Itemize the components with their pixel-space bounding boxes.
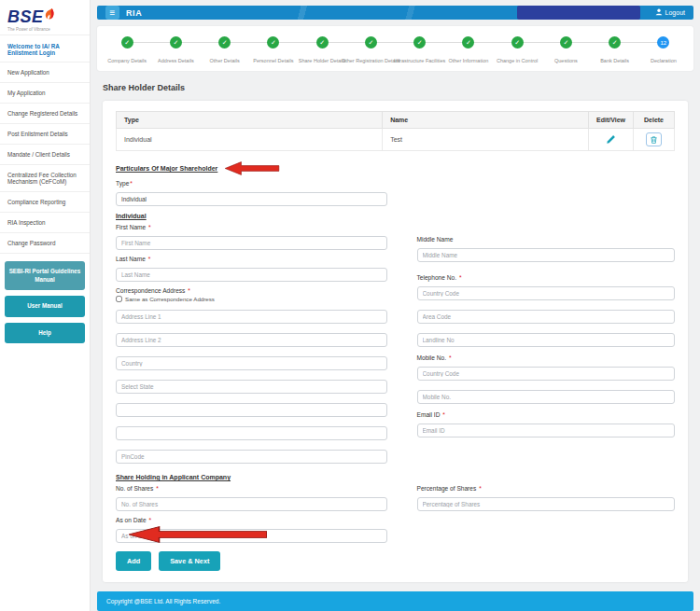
telephone-country-code-input[interactable] — [417, 286, 676, 300]
middle-name-label: Middle Name — [417, 236, 676, 243]
middle-name-input[interactable] — [417, 248, 676, 262]
sidebar-item-my-application[interactable]: My Application — [0, 82, 90, 103]
address-line2-input[interactable] — [116, 333, 387, 347]
delete-icon[interactable] — [646, 132, 662, 146]
username-redacted — [517, 6, 640, 20]
no-of-shares-field: No. of Shares * — [116, 485, 387, 511]
logout-label: Logout — [665, 9, 685, 16]
col-header-name: Name — [383, 112, 589, 129]
sidebar-item-mandate-client-details[interactable]: Mandate / Client Details — [0, 144, 90, 164]
step-number[interactable]: 12 — [657, 36, 669, 49]
step-check-icon[interactable]: ✓ — [462, 36, 474, 49]
step-infrastructure-facilities: ✓Infrastructure Facilities — [396, 36, 444, 63]
percentage-of-shares-input[interactable] — [417, 497, 676, 511]
as-on-date-label: As on Date * — [116, 517, 387, 523]
email-field: Email ID * — [417, 411, 676, 437]
step-check-icon[interactable]: ✓ — [511, 36, 524, 49]
welcome-text: Welcome to IA/ RA Enlistment Login — [0, 35, 90, 62]
step-other-registration-details: ✓Other Registration Details — [346, 36, 395, 63]
footer-copyright: Copyright @BSE Ltd. All Rights Reserved. — [97, 591, 693, 611]
step-address-details: ✓Address Details — [151, 36, 200, 63]
sidebar: BSE The Power of Vibrance Welcome to IA/… — [0, 0, 91, 611]
sidebar-item-ria-inspection[interactable]: RIA Inspection — [0, 212, 90, 232]
sidebar-item-change-registered-details[interactable]: Change Registered Details — [0, 103, 90, 123]
sidebar-item-new-application[interactable]: New Application — [0, 62, 90, 82]
edit-icon[interactable] — [606, 134, 616, 145]
step-check-icon[interactable]: ✓ — [365, 36, 377, 49]
step-check-icon[interactable]: ✓ — [413, 36, 426, 49]
sidebar-item-post-enlistment-details[interactable]: Post Enlistment Details — [0, 123, 90, 144]
step-change-in-control: ✓Change in Control — [493, 36, 541, 63]
sidebar-item-change-password[interactable]: Change Password — [0, 232, 90, 254]
state-select[interactable] — [116, 380, 387, 394]
sidebar-item-cefcom[interactable]: Centralized Fee Collection Mechanism (Ce… — [0, 164, 90, 191]
country-input[interactable] — [116, 356, 387, 370]
correspondence-address-label: Correspondence Address * — [116, 287, 387, 294]
form-left-column: First Name * Last Name * Correspondence … — [116, 224, 387, 469]
app-root: BSE The Power of Vibrance Welcome to IA/… — [0, 0, 700, 611]
mobile-number-input[interactable] — [417, 390, 676, 404]
progress-stepper: ✓Company Details ✓Address Details ✓Other… — [97, 26, 693, 71]
form-right-column: Middle Name Telephone No. * Mobile — [417, 236, 676, 469]
bse-logo-text: BSE — [7, 8, 44, 25]
address-line1-input[interactable] — [116, 310, 387, 324]
user-manual-button[interactable]: User Manual — [5, 296, 85, 317]
main-area: ≡ RIA Logout ✓Company Details ✓Address D… — [91, 0, 700, 611]
step-check-icon[interactable]: ✓ — [267, 36, 279, 49]
type-input[interactable] — [116, 192, 387, 206]
step-company-details: ✓Company Details — [103, 36, 151, 63]
last-name-field: Last Name * — [116, 256, 387, 282]
top-header-bar: ≡ RIA Logout — [97, 6, 693, 20]
first-name-input[interactable] — [116, 236, 387, 250]
step-personnel-details: ✓Personnel Details — [249, 36, 298, 63]
type-field: Type* — [116, 180, 387, 206]
email-label: Email ID * — [417, 411, 676, 418]
app-brand: RIA — [126, 8, 142, 18]
help-button[interactable]: Help — [5, 323, 85, 344]
sidebar-menu: New Application My Application Change Re… — [0, 62, 90, 254]
step-check-icon[interactable]: ✓ — [121, 36, 133, 49]
no-of-shares-input[interactable] — [116, 497, 387, 511]
save-next-button[interactable]: Save & Next — [159, 551, 220, 571]
step-check-icon[interactable]: ✓ — [560, 36, 572, 49]
col-header-delete: Delete — [634, 112, 675, 129]
same-as-address-label: Same as Correspondence Address — [125, 296, 215, 302]
step-check-icon[interactable]: ✓ — [316, 36, 329, 49]
menu-toggle-icon[interactable]: ≡ — [105, 6, 119, 20]
sidebar-item-compliance-reporting[interactable]: Compliance Reporting — [0, 191, 90, 212]
step-check-icon[interactable]: ✓ — [609, 36, 621, 49]
telephone-field: Telephone No. * — [417, 274, 676, 281]
cell-type: Individual — [117, 129, 383, 151]
shareholder-form: Particulars Of Major Shareholder Type* I… — [116, 161, 675, 571]
last-name-input[interactable] — [116, 268, 387, 282]
same-as-address-checkbox[interactable] — [116, 296, 122, 302]
step-other-details: ✓Other Details — [201, 36, 249, 63]
address-extra-input-2[interactable] — [116, 426, 387, 440]
step-other-information: ✓Other Information — [444, 36, 493, 63]
type-label: Type* — [116, 180, 387, 187]
no-of-shares-label: No. of Shares * — [116, 485, 387, 492]
col-header-type: Type — [117, 112, 383, 129]
annotation-arrow — [224, 161, 280, 175]
add-button[interactable]: Add — [116, 551, 151, 571]
step-share-holder-details: ✓Share Holder Details — [298, 36, 346, 63]
user-icon — [655, 8, 663, 17]
pincode-input[interactable] — [116, 450, 387, 464]
shareholder-table: Type Name Edit/View Delete Individual Te… — [116, 111, 675, 151]
email-input[interactable] — [417, 424, 676, 437]
col-header-edit-view: Edit/View — [589, 112, 634, 129]
guidelines-manual-button[interactable]: SEBI-RI Portal Guidelines Manual — [5, 261, 85, 290]
step-declaration: 12Declaration — [639, 36, 688, 63]
bse-logo: BSE The Power of Vibrance — [0, 0, 90, 35]
landline-no-input[interactable] — [417, 333, 676, 347]
logout-button[interactable]: Logout — [655, 8, 685, 17]
telephone-area-code-input[interactable] — [417, 310, 676, 324]
sidebar-buttons: SEBI-RI Portal Guidelines Manual User Ma… — [0, 261, 90, 343]
mobile-country-code-input[interactable] — [417, 367, 676, 381]
step-check-icon[interactable]: ✓ — [170, 36, 182, 49]
address-extra-input-1[interactable] — [116, 403, 387, 417]
step-check-icon[interactable]: ✓ — [218, 36, 231, 49]
annotation-arrow — [129, 526, 267, 543]
bse-logo-tagline: The Power of Vibrance — [7, 27, 84, 32]
correspondence-address-field: Correspondence Address * Same as Corresp… — [116, 287, 387, 302]
